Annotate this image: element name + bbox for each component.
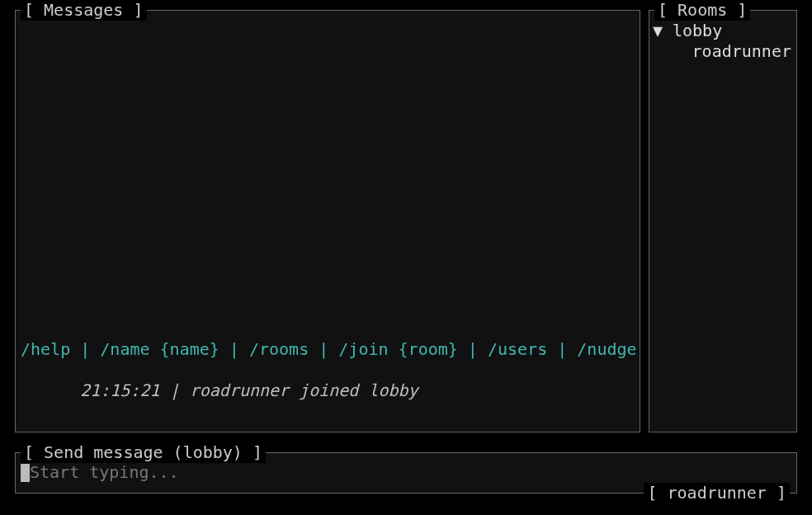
cursor-icon (21, 464, 30, 482)
room-item-lobby[interactable]: ▼lobby (653, 21, 793, 41)
expand-icon: ▼ (653, 21, 673, 41)
status-text: roadrunner joined lobby (190, 380, 418, 400)
status-sep: | (160, 380, 190, 400)
input-placeholder: Start typing... (30, 462, 179, 483)
help-commands-line: /help | /name {name} | /rooms | /join {r… (21, 339, 635, 360)
input-panel-title: [ Send message (lobby) ] (21, 442, 266, 463)
username-label: [ roadrunner ] (644, 483, 790, 503)
input-panel: [ Send message (lobby) ] Start typing...… (15, 452, 797, 494)
input-body[interactable]: Start typing... (21, 462, 791, 483)
messages-body: /help | /name {name} | /rooms | /join {r… (21, 21, 635, 422)
rooms-list: ▼lobby roadrunner (653, 21, 793, 62)
rooms-panel-title: [ Rooms ] (654, 0, 750, 21)
status-time: 21:15:21 (80, 380, 159, 400)
status-line: 21:15:21 | roadrunner joined lobby (21, 360, 635, 422)
messages-panel-title: [ Messages ] (21, 0, 147, 21)
rooms-panel: [ Rooms ] ▼lobby roadrunner (649, 10, 797, 432)
room-name: lobby (673, 21, 722, 40)
room-user-item[interactable]: roadrunner (653, 41, 793, 62)
messages-panel: [ Messages ] /help | /name {name} | /roo… (15, 10, 640, 432)
